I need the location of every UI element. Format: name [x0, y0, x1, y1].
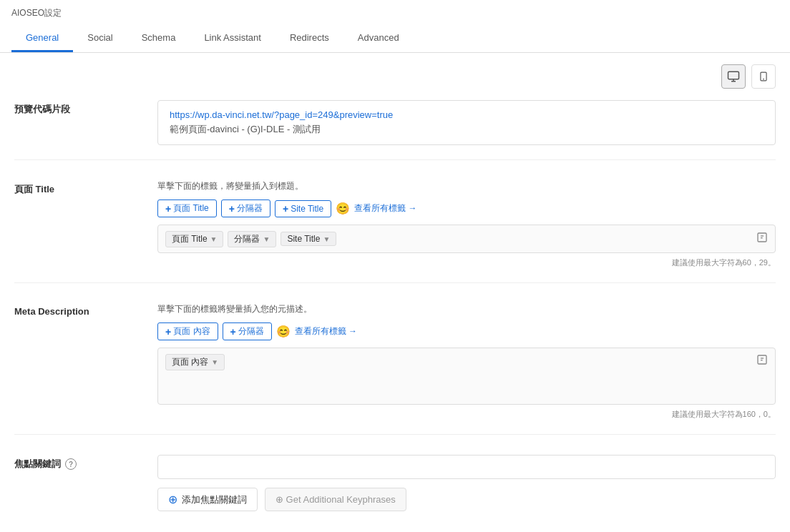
preview-url: https://wp.da-vinci.net.tw/?page_id=249&…: [170, 109, 764, 120]
focus-keyphrase-content: ⊕ 添加焦點關鍵詞 ⊕ Get Additional Keyphrases: [157, 455, 776, 511]
token-separator[interactable]: 分隔器 ▼: [228, 231, 276, 247]
device-switcher: [14, 64, 776, 89]
tab-link-assistant[interactable]: Link Assistant: [190, 25, 275, 52]
preview-box: https://wp.da-vinci.net.tw/?page_id=249&…: [157, 100, 776, 145]
see-all-tags-meta[interactable]: 查看所有標籤 →: [295, 325, 357, 338]
tag-btn-page-content[interactable]: + 頁面 內容: [157, 322, 218, 340]
focus-keyphrase-section: 焦點關鍵詞 ? ⊕ 添加焦點關鍵詞 ⊕ Get Additional Keyph…: [14, 455, 776, 526]
plus-circle-icon: ⊕: [168, 493, 177, 506]
tab-redirects[interactable]: Redirects: [275, 25, 343, 52]
token-arrow-content: ▼: [211, 358, 218, 366]
token-page-title[interactable]: 頁面 Title ▼: [165, 231, 223, 247]
meta-desc-textarea[interactable]: 頁面 內容 ▼: [157, 348, 776, 405]
tag-btn-page-title[interactable]: + 頁面 Title: [157, 200, 217, 217]
preview-label: 預覽代碼片段: [14, 100, 157, 116]
page-title-section: 頁面 Title 單擊下面的標籤，將變量插入到標題。 + 頁面 Title + …: [14, 180, 776, 283]
desktop-icon-btn[interactable]: [721, 64, 746, 89]
main-content: 預覽代碼片段 https://wp.da-vinci.net.tw/?page_…: [0, 53, 790, 532]
see-all-tags-title[interactable]: 查看所有標籤 →: [354, 202, 416, 215]
meta-description-section: Meta Description 單擊下面的標籤將變量插入您的元描述。 + 頁面…: [14, 303, 776, 435]
tag-btn-site-title[interactable]: + Site Title: [275, 200, 331, 217]
page-title-hint: 單擊下面的標籤，將變量插入到標題。: [157, 180, 776, 192]
tab-schema[interactable]: Schema: [127, 25, 190, 52]
focus-keyphrase-input[interactable]: [157, 455, 776, 479]
emoji-btn-meta[interactable]: 😊: [276, 325, 291, 338]
help-icon-keyphrase[interactable]: ?: [65, 458, 77, 470]
app-title: AIOSEO設定: [11, 7, 779, 19]
tag-btn-separator[interactable]: + 分隔器: [221, 200, 270, 217]
token-arrow-1: ▼: [210, 235, 218, 243]
tab-social[interactable]: Social: [73, 25, 127, 52]
meta-desc-tags-row: + 頁面 內容 + 分隔器 😊 查看所有標籤 →: [157, 322, 776, 340]
preview-content: https://wp.da-vinci.net.tw/?page_id=249&…: [157, 100, 776, 145]
page-title-label: 頁面 Title: [14, 180, 157, 196]
tag-btn-meta-separator[interactable]: + 分隔器: [223, 322, 272, 340]
tab-general[interactable]: General: [11, 25, 73, 52]
emoji-btn-title[interactable]: 😊: [336, 202, 350, 215]
meta-description-hint: 單擊下面的標籤將變量插入您的元描述。: [157, 303, 776, 315]
add-keyphrase-btn[interactable]: ⊕ 添加焦點關鍵詞: [157, 488, 258, 511]
token-row-title: 頁面 Title ▼ 分隔器 ▼ Site Title ▼: [157, 225, 776, 253]
tab-advanced[interactable]: Advanced: [343, 25, 414, 52]
token-edit-btn-title[interactable]: [756, 232, 768, 246]
bottom-btns: ⊕ 添加焦點關鍵詞 ⊕ Get Additional Keyphrases: [157, 488, 776, 511]
token-page-content[interactable]: 頁面 內容 ▼: [165, 354, 225, 370]
focus-keyphrase-label: 焦點關鍵詞 ?: [14, 455, 157, 471]
tabs: General Social Schema Link Assistant Red…: [11, 25, 779, 52]
mobile-icon-btn[interactable]: [751, 64, 776, 89]
page-title-tags-row: + 頁面 Title + 分隔器 + Site Title 😊 查看所有標籤 →: [157, 200, 776, 217]
token-edit-btn-meta[interactable]: [756, 354, 768, 368]
page-title-content: 單擊下面的標籤，將變量插入到標題。 + 頁面 Title + 分隔器 + Sit…: [157, 180, 776, 268]
char-count-title: 建議使用最大字符為60，29。: [157, 257, 776, 268]
top-bar: AIOSEO設定 General Social Schema Link Assi…: [0, 0, 790, 53]
meta-description-label: Meta Description: [14, 303, 157, 317]
get-additional-btn[interactable]: ⊕ Get Additional Keyphrases: [265, 488, 406, 511]
char-count-meta: 建議使用最大字符為160，0。: [157, 409, 776, 420]
meta-description-content: 單擊下面的標籤將變量插入您的元描述。 + 頁面 內容 + 分隔器 😊 查看所有標…: [157, 303, 776, 420]
svg-rect-0: [728, 72, 739, 79]
page-wrapper: AIOSEO設定 General Social Schema Link Assi…: [0, 0, 790, 532]
token-site-title[interactable]: Site Title ▼: [281, 232, 336, 246]
token-arrow-3: ▼: [323, 235, 330, 243]
token-arrow-2: ▼: [263, 235, 270, 243]
preview-section: 預覽代碼片段 https://wp.da-vinci.net.tw/?page_…: [14, 100, 776, 160]
preview-title: 範例頁面-davinci - (G)I-DLE - 測試用: [170, 123, 764, 136]
